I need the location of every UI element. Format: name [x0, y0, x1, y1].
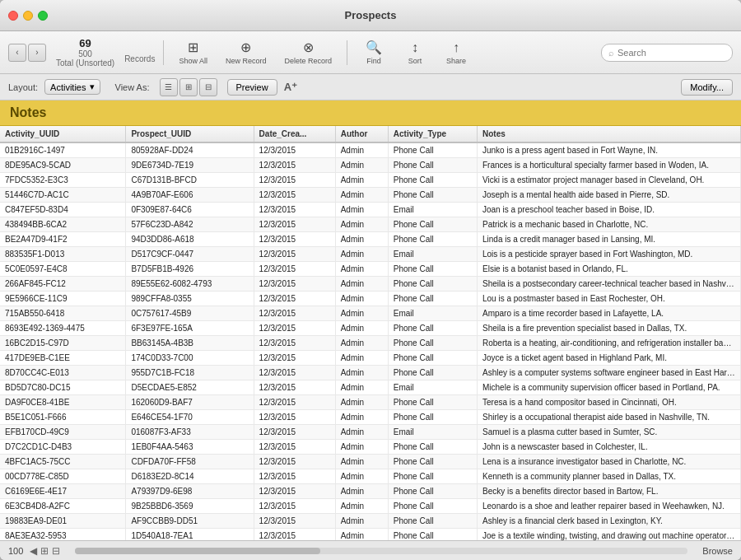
- table-cell: C6169E6E-4E17: [0, 484, 126, 499]
- back-button[interactable]: ‹: [8, 44, 26, 62]
- table-cell: Phone Call: [388, 262, 477, 277]
- minimize-button[interactable]: [23, 11, 33, 21]
- table-row: 8AE3EA32-59531D540A18-7EA112/3/2015Admin…: [0, 529, 741, 541]
- records-counter: 69 500 Total (Unsorted): [56, 37, 114, 68]
- table-cell: C847EF5D-83D4: [0, 203, 126, 217]
- table-cell: Linda is a credit manager based in Lansi…: [478, 232, 741, 247]
- table-header: Activity_UUID Prospect_UUID Date_Crea...…: [0, 126, 741, 142]
- browse-button[interactable]: Browse: [702, 546, 733, 556]
- title-bar: Prospects: [0, 0, 741, 31]
- layout-select[interactable]: Activities ▾: [44, 79, 100, 95]
- table-view-button[interactable]: ⊞: [179, 78, 198, 96]
- status-icon-3[interactable]: ⊟: [52, 545, 60, 557]
- table-cell: Vicki is a estimator project manager bas…: [478, 173, 741, 188]
- toolbar-divider-2: [347, 40, 347, 65]
- table-cell: Phone Call: [388, 158, 477, 173]
- table-cell: Ashley is a financial clerk based in Lex…: [478, 514, 741, 529]
- table-cell: D6183E2D-8C14: [126, 469, 254, 484]
- new-record-button[interactable]: ⊕ New Record: [219, 36, 273, 68]
- delete-record-label: Delete Record: [284, 57, 332, 65]
- col-date[interactable]: Date_Crea...: [254, 126, 335, 142]
- records-total: 500: [78, 49, 92, 58]
- find-button[interactable]: 🔍 Find: [356, 36, 392, 68]
- table-cell: Admin: [335, 410, 388, 425]
- col-author[interactable]: Author: [335, 126, 388, 142]
- table-cell: Admin: [335, 336, 388, 351]
- table-cell: Phone Call: [388, 173, 477, 188]
- table-cell: Admin: [335, 514, 388, 529]
- table-cell: Junko is a press agent based in Fort Way…: [478, 142, 741, 158]
- table-cell: Admin: [335, 217, 388, 232]
- close-button[interactable]: [8, 11, 18, 21]
- preview-button[interactable]: Preview: [227, 79, 277, 96]
- scrollbar-area[interactable]: [75, 548, 687, 554]
- table-cell: 89E55E62-6082-4793: [126, 277, 254, 292]
- show-all-button[interactable]: ⊞ Show All: [172, 36, 214, 68]
- table-cell: 19883EA9-DE01: [0, 514, 126, 529]
- toolbar: ‹ › 69 500 Total (Unsorted) Records ⊞ Sh…: [0, 31, 741, 74]
- modify-button[interactable]: Modify...: [681, 79, 733, 96]
- list-view-button[interactable]: ☰: [160, 78, 178, 96]
- maximize-button[interactable]: [38, 11, 48, 21]
- col-prospect-uuid[interactable]: Prospect_UUID: [126, 126, 254, 142]
- table-cell: Phone Call: [388, 469, 477, 484]
- sort-icon: ↕: [412, 40, 418, 55]
- status-bar: 100 ◀ ⊞ ⊟ Browse: [0, 540, 741, 560]
- table-row: C6169E6E-4E17A79397D9-6E9812/3/2015Admin…: [0, 484, 741, 499]
- status-icon-2[interactable]: ⊞: [40, 545, 49, 557]
- font-size-increase[interactable]: A⁺: [284, 81, 297, 93]
- table-cell: 715AB550-6418: [0, 306, 126, 321]
- grid-view-button[interactable]: ⊟: [199, 78, 217, 96]
- table-cell: C67D131B-BFCD: [126, 173, 254, 188]
- table-cell: 9B25BBD6-3569: [126, 499, 254, 514]
- table-cell: 417DE9EB-C1EE: [0, 351, 126, 366]
- table-cell: Phone Call: [388, 366, 477, 380]
- table-cell: Lena is a insurance investigator based i…: [478, 455, 741, 469]
- col-activity-type[interactable]: Activity_Type: [388, 126, 477, 142]
- show-all-label: Show All: [179, 57, 207, 65]
- search-box[interactable]: ⌕: [601, 44, 733, 62]
- status-icons: ◀ ⊞ ⊟: [30, 545, 60, 557]
- table-cell: 12/3/2015: [254, 277, 335, 292]
- table-cell: 805928AF-DD24: [126, 142, 254, 158]
- table-cell: Phone Call: [388, 277, 477, 292]
- table-cell: 1EB0F4AA-5463: [126, 440, 254, 455]
- table-cell: 266AF845-FC12: [0, 277, 126, 292]
- table-cell: 94D3DD86-A618: [126, 232, 254, 247]
- table-row: 6E3CB4D8-A2FC9B25BBD6-356912/3/2015Admin…: [0, 499, 741, 514]
- share-button[interactable]: ↑ Share: [438, 37, 474, 68]
- table-cell: Admin: [335, 469, 388, 484]
- forward-button[interactable]: ›: [28, 44, 46, 62]
- table-cell: Shirley is a occupational therapist aide…: [478, 410, 741, 425]
- table-cell: Phone Call: [388, 455, 477, 469]
- table-cell: Frances is a horticultural specialty far…: [478, 158, 741, 173]
- table-row: 7FDC5352-E3C3C67D131B-BFCD12/3/2015Admin…: [0, 173, 741, 188]
- table-container[interactable]: Activity_UUID Prospect_UUID Date_Crea...…: [0, 126, 741, 540]
- table-cell: Kenneth is a community planner based in …: [478, 469, 741, 484]
- search-input[interactable]: [618, 48, 716, 58]
- delete-record-button[interactable]: ⊗ Delete Record: [277, 36, 338, 68]
- layout-label: Layout:: [8, 82, 38, 92]
- table-cell: 12/3/2015: [254, 514, 335, 529]
- table-cell: 12/3/2015: [254, 188, 335, 203]
- table-cell: Admin: [335, 173, 388, 188]
- table-body: 01B2916C-1497805928AF-DD2412/3/2015Admin…: [0, 142, 741, 540]
- table-cell: Patrick is a mechanic based in Charlotte…: [478, 217, 741, 232]
- col-notes[interactable]: Notes: [478, 126, 741, 142]
- sort-button[interactable]: ↕ Sort: [397, 37, 433, 68]
- table-cell: CDFDA70F-FF58: [126, 455, 254, 469]
- status-icon-1[interactable]: ◀: [30, 545, 37, 557]
- table-cell: Phone Call: [388, 321, 477, 336]
- col-activity-uuid[interactable]: Activity_UUID: [0, 126, 126, 142]
- modify-label: Modify...: [690, 82, 724, 92]
- table-row: 438494BB-6CA257F6C23D-A84212/3/2015Admin…: [0, 217, 741, 232]
- table-cell: B5E1C051-F666: [0, 410, 126, 425]
- table-cell: 57F6C23D-A842: [126, 217, 254, 232]
- table-cell: Phone Call: [388, 499, 477, 514]
- table-cell: Becky is a benefits director based in Ba…: [478, 484, 741, 499]
- table-cell: Admin: [335, 529, 388, 541]
- table-cell: Teresa is a hand compositor based in Cin…: [478, 395, 741, 410]
- table-row: B5E1C051-F666E646CE54-1F7012/3/2015Admin…: [0, 410, 741, 425]
- table-row: 715AB550-64180C757617-45B912/3/2015Admin…: [0, 306, 741, 321]
- table-cell: Admin: [335, 188, 388, 203]
